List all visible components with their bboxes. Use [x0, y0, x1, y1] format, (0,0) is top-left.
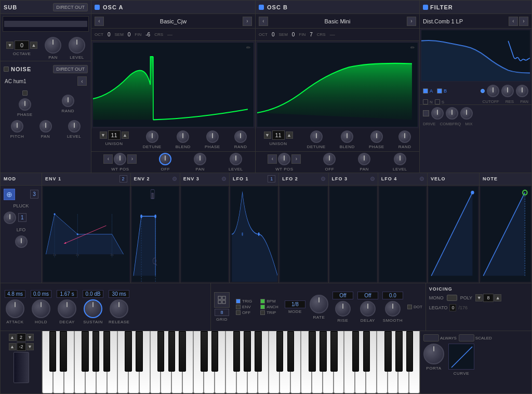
voicing-scaled-btn[interactable]	[459, 334, 474, 342]
osc-b-next-btn[interactable]: ›	[407, 17, 416, 26]
filter-mix-knob[interactable]	[460, 107, 473, 120]
voicing-always-btn[interactable]	[423, 334, 439, 342]
osc-a-phase-knob[interactable]	[206, 130, 219, 143]
filter-s-checkbox[interactable]	[435, 99, 440, 104]
lfo-dot-checkbox[interactable]	[407, 305, 412, 309]
poly-up-btn[interactable]: ▲	[494, 294, 501, 301]
filter-graph-icon[interactable]	[423, 110, 429, 116]
voicing-mono-btn[interactable]	[447, 295, 457, 301]
osc-b-unison-up[interactable]: ▲	[286, 132, 293, 139]
black-key-0-3[interactable]	[82, 331, 89, 372]
black-key-3-3[interactable]	[309, 331, 316, 372]
osc-a-unison-down[interactable]: ▼	[100, 132, 107, 139]
filter-a-checkbox[interactable]	[423, 88, 428, 94]
noise-toggle[interactable]	[4, 67, 9, 72]
osc-a-wtpos-knob[interactable]	[114, 153, 126, 165]
black-key-4-0[interactable]	[352, 331, 360, 372]
black-key-1-4[interactable]	[168, 331, 176, 372]
osc-b-level-knob[interactable]	[394, 153, 406, 165]
voicing-poly-stepper[interactable]: ▼ 8 ▲	[475, 294, 501, 302]
lfo-env-checkbox[interactable]	[236, 305, 241, 309]
black-key-4-3[interactable]	[384, 331, 392, 372]
osc-b-off-knob[interactable]	[323, 153, 336, 165]
osc-a-detune-knob[interactable]	[146, 130, 158, 143]
mod-lfo-knob[interactable]	[4, 212, 16, 224]
sub-direct-out-button[interactable]: DIRECT OUT	[53, 3, 88, 11]
filter-drive-knob[interactable]	[431, 107, 444, 120]
osc-b-blend-knob[interactable]	[341, 130, 353, 143]
lfo-grid-icon[interactable]	[214, 292, 230, 308]
osc-b-wtpos-knob[interactable]	[278, 153, 290, 165]
env-hold-knob[interactable]	[32, 299, 50, 318]
lfo-anch-checkbox[interactable]	[260, 305, 265, 309]
osc-a-blend-knob[interactable]	[177, 130, 189, 143]
filter-cutoff-knob[interactable]	[487, 85, 499, 97]
osc-a-off-knob[interactable]	[159, 153, 171, 165]
env-release-knob[interactable]	[110, 299, 128, 318]
noise-nav-btn[interactable]: ‹	[77, 76, 87, 86]
osc-b-prev-btn[interactable]: ‹	[259, 17, 268, 26]
keyboard-stepper1[interactable]: ▲ 2 ▼	[9, 333, 34, 342]
filter-pan-knob[interactable]	[516, 85, 528, 97]
osc-a-pan-knob[interactable]	[194, 153, 206, 165]
black-key-0-5[interactable]	[103, 331, 111, 372]
kb-down2-btn[interactable]: ▼	[26, 343, 34, 350]
poly-down-btn[interactable]: ▼	[475, 294, 483, 301]
osc-b-wtpos-next[interactable]: ›	[291, 154, 301, 164]
sub-rand-knob[interactable]	[62, 95, 74, 107]
mod-extra-knob[interactable]	[15, 235, 28, 248]
osc-a-wtpos-prev[interactable]: ‹	[103, 154, 113, 164]
filter-next-btn[interactable]: ›	[519, 17, 528, 26]
sub-phase-knob[interactable]	[19, 98, 31, 111]
osc-b-edit-btn[interactable]: ✏	[410, 45, 415, 50]
black-key-1-0[interactable]	[125, 331, 132, 372]
sub-phase-toggle[interactable]	[22, 90, 28, 96]
lfo-smooth-knob[interactable]	[385, 301, 401, 317]
env-decay-knob[interactable]	[58, 299, 76, 318]
kb-up2-btn[interactable]: ▲	[9, 343, 16, 350]
black-key-2-4[interactable]	[244, 331, 251, 372]
black-key-3-0[interactable]	[276, 331, 284, 372]
black-key-0-1[interactable]	[60, 331, 67, 372]
black-key-0-0[interactable]	[49, 331, 57, 372]
lfo-delay-knob[interactable]	[360, 301, 376, 317]
lfo-trig-checkbox[interactable]	[236, 299, 241, 304]
octave-up-btn[interactable]: ▲	[30, 42, 37, 49]
black-key-3-1[interactable]	[287, 331, 295, 372]
osc-a-edit-btn[interactable]: ✏	[246, 45, 250, 50]
black-key-2-5[interactable]	[255, 331, 262, 372]
filter-res-knob[interactable]	[501, 85, 514, 97]
osc-b-wtpos-prev[interactable]: ‹	[268, 154, 277, 164]
black-key-3-4[interactable]	[320, 331, 327, 372]
filter-combfrq-knob[interactable]	[446, 107, 458, 120]
black-key-2-3[interactable]	[233, 331, 241, 372]
osc-b-detune-knob[interactable]	[310, 130, 323, 143]
black-key-4-4[interactable]	[395, 331, 403, 372]
osc-a-level-knob[interactable]	[230, 153, 242, 165]
sub-level-knob[interactable]	[69, 37, 85, 54]
black-key-4-5[interactable]	[406, 331, 414, 372]
osc-a-unison-up[interactable]: ▲	[122, 132, 129, 139]
pitch-bend[interactable]	[14, 352, 29, 383]
black-key-2-1[interactable]	[211, 331, 219, 372]
octave-down-btn[interactable]: ▼	[6, 42, 14, 49]
sub-octave-stepper[interactable]: ▼ 0 ▲	[6, 41, 37, 50]
filter-n-checkbox[interactable]	[423, 99, 428, 104]
black-key-4-1[interactable]	[363, 331, 370, 372]
osc-a-unison-stepper[interactable]: ▼ 11 ▲	[100, 130, 129, 140]
osc-b-unison-stepper[interactable]: ▼ 11 ▲	[264, 130, 293, 140]
keyboard-stepper2[interactable]: ▲ -2 ▼	[9, 343, 34, 351]
black-key-1-5[interactable]	[179, 331, 186, 372]
black-key-0-4[interactable]	[92, 331, 100, 372]
env-attack-knob[interactable]	[6, 299, 24, 318]
noise-direct-out-button[interactable]: DIRECT OUT	[53, 65, 88, 73]
lfo-rate-knob[interactable]	[310, 295, 328, 313]
lfo-bpm-checkbox[interactable]	[260, 299, 265, 304]
osc-b-phase-knob[interactable]	[370, 130, 383, 143]
filter-b-checkbox[interactable]	[437, 88, 442, 94]
sub-pan2-knob[interactable]	[39, 120, 52, 133]
lfo-off-checkbox[interactable]	[236, 310, 241, 315]
sub-pan-knob[interactable]	[45, 37, 61, 54]
osc-a-prev-btn[interactable]: ‹	[95, 17, 104, 26]
black-key-2-0[interactable]	[201, 331, 208, 372]
